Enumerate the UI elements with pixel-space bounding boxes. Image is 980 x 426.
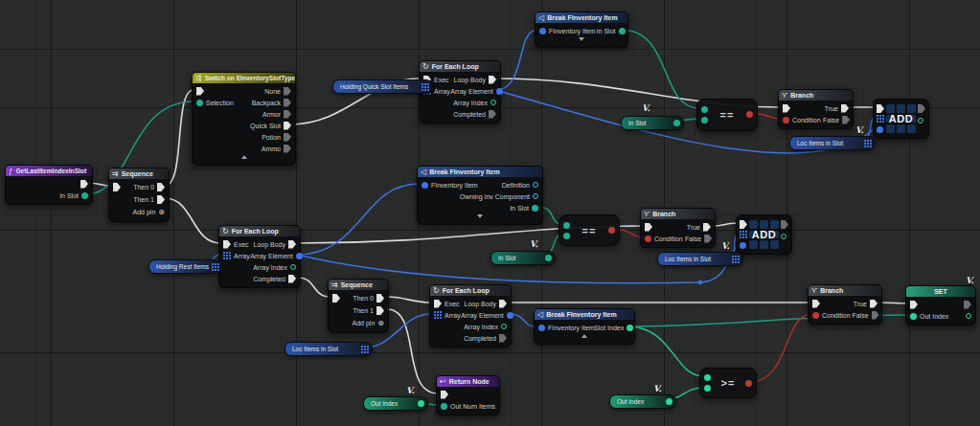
- operand-b-pin[interactable]: [563, 233, 570, 239]
- then1-out-pin[interactable]: [376, 306, 384, 315]
- exec-in-pin[interactable]: [113, 183, 121, 191]
- node-header[interactable]: ↻For Each Loop: [219, 226, 300, 236]
- value-out-pin[interactable]: [545, 255, 552, 261]
- wire[interactable]: [750, 314, 811, 382]
- array-in-pin[interactable]: [223, 252, 231, 259]
- wire[interactable]: [387, 297, 431, 303]
- node-header[interactable]: SET: [906, 286, 975, 297]
- exec-out-pin[interactable]: [918, 104, 925, 113]
- node-header[interactable]: ⇉Sequence: [109, 168, 169, 179]
- array-out-pin[interactable]: [864, 140, 872, 147]
- var-get-holding-quick-slot-items[interactable]: Holding Quick Slot Items: [332, 79, 433, 94]
- node-header[interactable]: ↻For Each Loop: [430, 285, 511, 296]
- reroute-node[interactable]: [698, 280, 703, 285]
- definition-out-pin[interactable]: [533, 182, 538, 188]
- result-pin[interactable]: [746, 111, 753, 118]
- then0-out-pin[interactable]: [157, 183, 165, 191]
- node-foreach-3[interactable]: ↻For Each Loop ExecLoop Body ArrayArray …: [429, 284, 512, 348]
- add-pin-icon[interactable]: ⊕: [158, 209, 165, 216]
- selection-pin[interactable]: [196, 100, 203, 106]
- node-equals-2[interactable]: ==: [558, 214, 620, 246]
- var-get-out-index-1[interactable]: Out Index: [363, 396, 428, 411]
- array-index-pin[interactable]: [501, 324, 507, 329]
- exec-in-pin[interactable]: [441, 391, 448, 399]
- target-array-pin[interactable]: [740, 231, 747, 238]
- node-break-struct-3[interactable]: ◁Break FInventory Item FInventory ItemSl…: [534, 308, 635, 345]
- var-get-holding-rest-items[interactable]: Holding Rest Items: [148, 259, 219, 274]
- var-get-in-slot-2[interactable]: In Slot: [490, 251, 556, 265]
- node-break-struct-1[interactable]: ◁Break FInventory Item FInventory ItemIn…: [535, 11, 628, 48]
- wire[interactable]: [621, 30, 699, 108]
- node-foreach-2[interactable]: ↻For Each Loop ExecLoop Body ArrayArray …: [218, 225, 301, 288]
- false-out-pin[interactable]: [872, 311, 879, 320]
- array-element-pin[interactable]: [496, 88, 503, 95]
- node-header[interactable]: ϒBranch: [809, 285, 881, 296]
- value-out-pin[interactable]: [673, 120, 680, 126]
- exec-in-pin[interactable]: [812, 300, 820, 308]
- var-get-out-index-2[interactable]: Out Index: [609, 394, 676, 409]
- node-header[interactable]: ↩Return Node: [437, 376, 499, 387]
- index-out-pin[interactable]: [918, 118, 923, 123]
- operand-a-pin[interactable]: [704, 374, 711, 381]
- array-out-pin[interactable]: [732, 256, 740, 263]
- exec-in-pin[interactable]: [645, 223, 652, 232]
- node-header[interactable]: ◁Break FInventory Item: [536, 12, 627, 23]
- node-header[interactable]: ϒBranch: [779, 90, 853, 101]
- exec-out-pin[interactable]: [80, 180, 88, 189]
- node-header[interactable]: ϒBranch: [641, 209, 715, 219]
- value-out-pin[interactable]: [418, 400, 424, 407]
- operand-a-pin[interactable]: [563, 222, 570, 229]
- case-armor-pin[interactable]: [284, 110, 291, 119]
- array-out-pin[interactable]: [422, 83, 429, 91]
- node-header[interactable]: ƒGetLastItemIndexInSlot: [6, 166, 92, 176]
- exec-in-pin[interactable]: [783, 104, 790, 113]
- value-out-pin[interactable]: [966, 313, 971, 319]
- exec-in-pin[interactable]: [877, 104, 884, 113]
- false-out-pin[interactable]: [842, 116, 850, 124]
- collapse-toggle-icon[interactable]: [477, 214, 483, 218]
- new-item-pin[interactable]: [740, 242, 746, 249]
- then1-out-pin[interactable]: [157, 195, 165, 204]
- node-branch-3[interactable]: ϒBranch True ConditionFalse: [808, 284, 882, 325]
- node-branch-2[interactable]: ϒBranch True ConditionFalse: [640, 208, 716, 248]
- node-return[interactable]: ↩Return Node Out Num Items: [436, 375, 500, 415]
- node-branch-1[interactable]: ϒBranch True ConditionFalse: [778, 89, 854, 129]
- in-slot-out-pin[interactable]: [81, 192, 88, 199]
- completed-pin[interactable]: [499, 334, 507, 343]
- true-out-pin[interactable]: [870, 300, 877, 308]
- array-element-pin[interactable]: [507, 312, 513, 319]
- node-switch-enum[interactable]: ⇶Switch on EInventorySlotType None Selec…: [192, 72, 296, 166]
- loop-body-pin[interactable]: [489, 76, 496, 84]
- result-pin[interactable]: [608, 227, 615, 234]
- wire[interactable]: [297, 184, 419, 255]
- array-index-pin[interactable]: [290, 264, 296, 270]
- case-ammo-pin[interactable]: [284, 145, 291, 153]
- collapse-toggle-icon[interactable]: [241, 155, 247, 159]
- node-array-add-2[interactable]: ADD: [736, 214, 792, 255]
- out-num-items-pin[interactable]: [441, 403, 447, 410]
- case-potion-pin[interactable]: [284, 133, 291, 142]
- var-get-loc-items-in-slot-1[interactable]: Loc Items in Slot: [789, 136, 876, 150]
- array-out-pin[interactable]: [212, 263, 219, 271]
- condition-pin[interactable]: [645, 235, 651, 242]
- slot-index-out-pin[interactable]: [627, 325, 633, 331]
- array-element-pin[interactable]: [296, 253, 303, 259]
- struct-in-pin[interactable]: [422, 182, 428, 189]
- array-in-pin[interactable]: [434, 311, 442, 319]
- node-header[interactable]: ◁Break FInventory Item: [535, 309, 634, 320]
- operand-b-pin[interactable]: [704, 385, 711, 392]
- in-slot-out-pin[interactable]: [532, 205, 538, 212]
- operand-a-pin[interactable]: [701, 106, 708, 113]
- struct-in-pin[interactable]: [538, 325, 545, 331]
- then0-out-pin[interactable]: [376, 294, 384, 303]
- add-pin-icon[interactable]: ⊕: [377, 320, 384, 327]
- node-equals-1[interactable]: ==: [696, 99, 758, 131]
- loop-body-pin[interactable]: [288, 240, 296, 249]
- out-index-in-pin[interactable]: [910, 313, 917, 320]
- exec-in-pin[interactable]: [434, 300, 442, 308]
- exec-in-pin[interactable]: [740, 220, 747, 229]
- wire[interactable]: [627, 326, 703, 376]
- node-header[interactable]: ↻For Each Loop: [420, 61, 500, 72]
- completed-pin[interactable]: [288, 275, 296, 283]
- exec-in-pin[interactable]: [910, 301, 918, 309]
